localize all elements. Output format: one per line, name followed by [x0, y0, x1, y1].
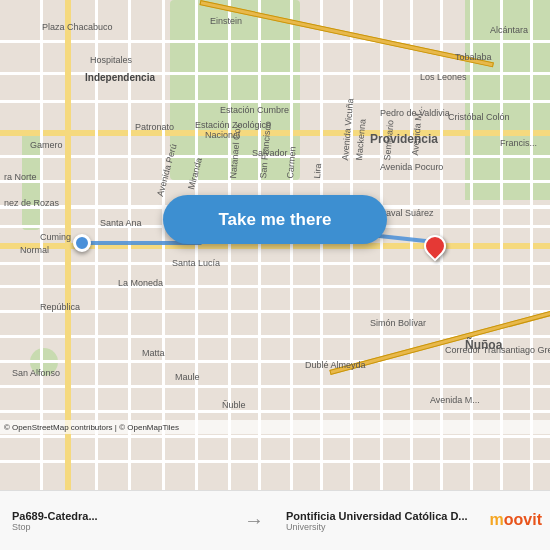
street-v-8 — [258, 0, 261, 490]
street-h-18 — [0, 460, 550, 463]
street-v-9 — [290, 0, 293, 490]
street-h-16 — [0, 410, 550, 413]
highway-v-autopista — [65, 0, 71, 490]
street-v-15 — [470, 0, 473, 490]
origin-marker — [73, 234, 91, 252]
moovit-logo-area: moovit — [470, 490, 550, 550]
take-me-there-label: Take me there — [218, 210, 331, 230]
street-v-7 — [228, 0, 231, 490]
street-v-16 — [500, 0, 503, 490]
street-h-17 — [0, 435, 550, 438]
map-container: Plaza Chacabuco Einstein Alcántara Tobal… — [0, 0, 550, 490]
street-h-1 — [0, 40, 550, 43]
origin-title: Pa689-Catedra... — [12, 510, 222, 522]
bottom-origin: Pa689-Catedra... Stop — [0, 502, 234, 540]
park-cerro-san-cristobal — [170, 0, 300, 180]
street-v-11 — [350, 0, 353, 490]
street-v-1 — [40, 0, 43, 490]
street-v-5 — [162, 0, 165, 490]
copyright-bar: © OpenStreetMap contributors | © OpenMap… — [0, 420, 550, 434]
street-h-3 — [0, 100, 550, 103]
street-v-10 — [320, 0, 323, 490]
moovit-logo: moovit — [490, 511, 542, 529]
street-v-4 — [128, 0, 131, 490]
street-h-10 — [0, 262, 550, 265]
street-v-12 — [380, 0, 383, 490]
street-h-2 — [0, 72, 550, 75]
street-v-3 — [95, 0, 98, 490]
street-v-miranda — [195, 0, 198, 490]
destination-marker — [424, 235, 446, 265]
bottom-bar: Pa689-Catedra... Stop → Pontificia Unive… — [0, 490, 550, 550]
street-h-6 — [0, 180, 550, 183]
copyright-text: © OpenStreetMap contributors | © OpenMap… — [4, 423, 179, 432]
street-h-11 — [0, 285, 550, 288]
highway-h-norte — [0, 130, 550, 136]
take-me-there-button[interactable]: Take me there — [163, 195, 387, 244]
street-h-5 — [0, 155, 550, 158]
street-h-15 — [0, 385, 550, 388]
direction-arrow: → — [234, 509, 274, 532]
origin-subtitle: Stop — [12, 522, 222, 532]
arrow-icon: → — [244, 509, 264, 532]
street-h-12 — [0, 310, 550, 313]
street-v-17 — [530, 0, 533, 490]
street-v-13 — [410, 0, 413, 490]
street-h-14 — [0, 360, 550, 363]
dest-pin-shape — [419, 230, 450, 261]
